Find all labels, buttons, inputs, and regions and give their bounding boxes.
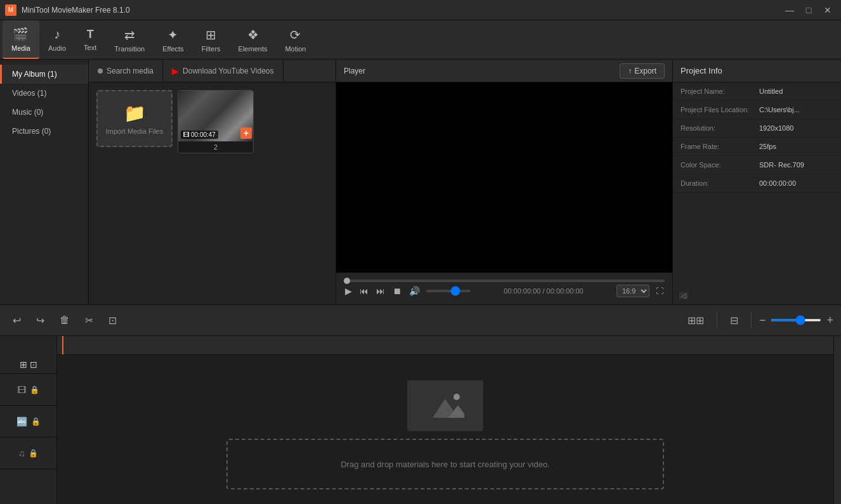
playhead[interactable] (62, 336, 63, 354)
drop-zone-thumbnail (407, 380, 483, 431)
minimize-button[interactable]: — (781, 3, 798, 17)
titlebar: M MiniTool MovieMaker Free 8.1.0 — □ ✕ (0, 0, 841, 20)
app-title: MiniTool MovieMaker Free 8.1.0 (22, 6, 776, 15)
collapse-panel-button[interactable]: ◁ (678, 292, 688, 299)
drop-zone-text: Drag and drop materials here to start cr… (341, 460, 550, 469)
duration-badge: 🎞 00:00:47 (181, 131, 218, 139)
import-label: Import Media Files (106, 127, 163, 135)
toolbar-separator-2 (751, 313, 752, 328)
drop-zone-box[interactable]: Drag and drop materials here to start cr… (226, 439, 664, 489)
info-value-framerate: 25fps (759, 143, 833, 150)
toolbar-item-transition[interactable]: ⇄ Transition (105, 20, 153, 59)
project-info-panel: Project Info Project Name: Untitled Proj… (673, 60, 841, 304)
mountain-icon (426, 389, 464, 423)
folder-icon: 📁 (124, 103, 146, 124)
info-row-resolution: Resolution: 1920x1080 (673, 119, 841, 138)
youtube-tab[interactable]: ▶ Download YouTube Videos (163, 60, 283, 82)
search-dot-icon (98, 68, 103, 74)
volume-slider[interactable] (426, 290, 471, 292)
info-row-location: Project Files Location: C:\Users\bj... (673, 101, 841, 119)
toolbar-label-motion: Motion (285, 45, 306, 53)
add-to-timeline-button[interactable]: + (240, 127, 252, 139)
toolbar-separator (717, 313, 717, 328)
delete-button[interactable]: 🗑 (55, 312, 75, 328)
toolbar-item-text[interactable]: T Text (75, 20, 105, 59)
player-header: Player ↑ Export (336, 60, 672, 82)
maximize-button[interactable]: □ (800, 3, 817, 17)
info-row-name: Project Name: Untitled (673, 82, 841, 101)
video-preview: 🎞 00:00:47 + (178, 91, 254, 141)
toolbar-item-motion[interactable]: ⟳ Motion (276, 20, 315, 59)
motion-icon: ⟳ (290, 27, 301, 42)
import-media-item[interactable]: 📁 Import Media Files (96, 90, 173, 147)
progress-thumb[interactable] (344, 278, 350, 284)
timeline-scrollbar[interactable] (833, 336, 841, 504)
transition-icon: ⇄ (124, 27, 135, 42)
sidebar-item-music[interactable]: Music (0) (0, 103, 88, 122)
effects-icon: ✦ (167, 27, 178, 42)
volume-button[interactable]: 🔊 (408, 285, 421, 297)
media-tabs: Search media ▶ Download YouTube Videos (89, 60, 336, 82)
info-label-framerate: Frame Rate: (681, 143, 757, 150)
snap-button[interactable]: ⊞⊞ (682, 312, 709, 329)
sidebar-item-pictures[interactable]: Pictures (0) (0, 122, 88, 141)
undo-button[interactable]: ↩ (8, 312, 26, 329)
video-track-icon: 🎞 (17, 385, 26, 395)
fullscreen-button[interactable]: ⛶ (655, 285, 665, 297)
search-media-tab[interactable]: Search media (89, 60, 163, 82)
video-media-item[interactable]: 🎞 00:00:47 + 2 (178, 90, 254, 153)
track-label-audio: ♫ 🔒 (0, 437, 56, 469)
info-value-resolution: 1920x1080 (759, 124, 833, 132)
info-label-duration: Duration: (681, 179, 757, 187)
toolbar-item-audio[interactable]: ♪ Audio (39, 20, 75, 59)
media-panel: Search media ▶ Download YouTube Videos 📁… (89, 60, 336, 304)
timeline-ruler[interactable] (57, 336, 833, 355)
export-button[interactable]: ↑ Export (620, 63, 665, 79)
split-button[interactable]: ⊟ (725, 312, 743, 329)
project-info-title: Project Info (681, 66, 722, 75)
progress-bar[interactable] (344, 280, 665, 282)
redo-button[interactable]: ↪ (31, 312, 49, 329)
audio-track-lock[interactable]: 🔒 (29, 449, 38, 458)
audio-track-icon: ♫ (18, 448, 25, 458)
time-total: 00:00:00:00 (547, 287, 583, 295)
export-label: Export (634, 67, 656, 75)
cut-button[interactable]: ✂ (80, 312, 98, 329)
prev-button[interactable]: ⏮ (358, 285, 370, 297)
player-title: Player (344, 67, 365, 75)
info-value-duration: 00:00:00:00 (759, 179, 833, 187)
video-track-lock[interactable]: 🔒 (30, 385, 39, 394)
time-current: 00:00:00:00 (504, 287, 540, 295)
text-track-lock[interactable]: 🔒 (31, 417, 41, 426)
toolbar-item-elements[interactable]: ❖ Elements (230, 20, 277, 59)
next-button[interactable]: ⏭ (375, 285, 386, 297)
sidebar-item-album[interactable]: My Album (1) (0, 65, 88, 84)
crop-button[interactable]: ⊡ (103, 312, 122, 329)
zoom-in-button[interactable]: + (826, 314, 833, 327)
play-button[interactable]: ▶ (344, 285, 353, 297)
player-controls: ▶ ⏮ ⏭ ⏹ 🔊 00:00:00:00 / 00:00:00:00 16:9… (336, 273, 672, 304)
toolbar-item-effects[interactable]: ✦ Effects (153, 20, 192, 59)
main-toolbar: 🎬 Media ♪ Audio T Text ⇄ Transition ✦ Ef… (0, 20, 841, 60)
stop-button[interactable]: ⏹ (391, 285, 403, 297)
sidebar-item-videos[interactable]: Videos (1) (0, 84, 88, 103)
media-icon: 🎬 (13, 27, 29, 42)
toolbar-item-media[interactable]: 🎬 Media (3, 20, 39, 59)
main-content: My Album (1) Videos (1) Music (0) Pictur… (0, 60, 841, 304)
add-video-track-button[interactable]: ⊞ (20, 359, 27, 370)
info-label-colorspace: Color Space: (681, 161, 757, 169)
track-label-video: 🎞 🔒 (0, 374, 56, 406)
elements-icon: ❖ (247, 27, 259, 42)
aspect-ratio-select[interactable]: 16:9 (616, 285, 649, 297)
toolbar-label-transition: Transition (114, 45, 145, 53)
audio-icon: ♪ (54, 27, 60, 42)
zoom-slider[interactable] (771, 319, 821, 321)
timeline-toolbar: ↩ ↪ 🗑 ✂ ⊡ ⊞⊞ ⊟ − + (0, 304, 841, 336)
close-button[interactable]: ✕ (819, 3, 836, 17)
toolbar-item-filters[interactable]: ⊞ Filters (193, 20, 230, 59)
info-label-name: Project Name: (681, 87, 757, 95)
add-audio-track-button[interactable]: ⊡ (30, 359, 37, 370)
film-icon: 🎞 (183, 131, 190, 138)
info-value-location: C:\Users\bj... (759, 106, 833, 113)
zoom-out-button[interactable]: − (759, 314, 766, 327)
